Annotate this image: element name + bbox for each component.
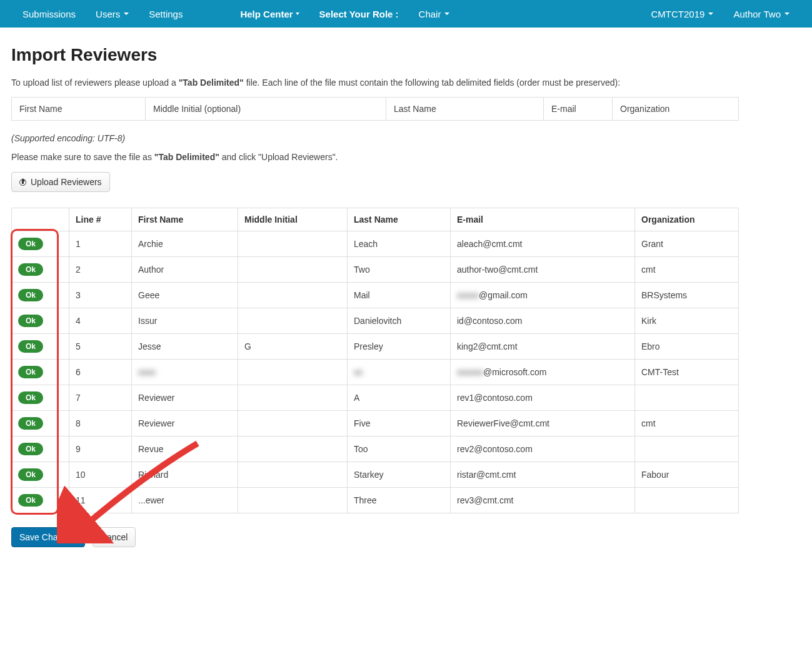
chevron-down-icon — [784, 13, 789, 15]
chevron-down-icon — [708, 13, 713, 15]
table-row: Ok8ReviewerFiveReviewerFive@cmt.cmtcmt — [12, 411, 739, 437]
middle-initial-cell — [238, 437, 348, 462]
nav-user-menu[interactable]: Author Two — [723, 1, 799, 27]
email-cell: rev2@contoso.com — [451, 437, 635, 462]
table-row: Ok6xxxxxxxxxxxx@microsoft.comCMT-Test — [12, 360, 739, 385]
last-name-cell: Three — [348, 488, 451, 513]
status-cell: Ok — [12, 462, 69, 488]
email-cell: ReviewerFive@cmt.cmt — [451, 411, 635, 437]
nav-submissions[interactable]: Submissions — [13, 1, 86, 27]
line-cell: 10 — [69, 462, 132, 488]
chevron-down-icon — [124, 13, 129, 15]
status-cell: Ok — [12, 334, 69, 360]
organization-cell: CMT-Test — [635, 360, 739, 385]
ok-badge: Ok — [18, 417, 43, 430]
main-content: Import Reviewers To upload list of revie… — [0, 28, 750, 572]
organization-cell — [635, 488, 739, 513]
table-row: Ok10RichardStarkeyristar@cmt.cmtFabour — [12, 462, 739, 488]
last-name-cell: Five — [348, 411, 451, 437]
first-name-cell: Author — [132, 257, 238, 283]
nav-role-select[interactable]: Chair — [409, 1, 460, 27]
middle-initial-cell — [238, 283, 348, 308]
line-cell: 3 — [69, 283, 132, 308]
middle-initial-cell — [238, 385, 348, 411]
line-cell: 5 — [69, 334, 132, 360]
email-cell: xxxxxx@microsoft.com — [451, 360, 635, 385]
nav-role-label: Select Your Role : — [309, 1, 409, 27]
reviewers-table-wrap: Line # First Name Middle Initial Last Na… — [11, 208, 739, 513]
table-row: Ok11...ewerThreerev3@cmt.cmt — [12, 488, 739, 513]
first-name-cell: Issur — [132, 308, 238, 334]
table-row: Ok2AuthorTwoauthor-two@cmt.cmtcmt — [12, 257, 739, 283]
nav-settings[interactable]: Settings — [139, 1, 193, 27]
status-cell: Ok — [12, 360, 69, 385]
nav-users[interactable]: Users — [86, 1, 139, 27]
th-middle-initial: Middle Initial — [238, 208, 348, 231]
line-cell: 4 — [69, 308, 132, 334]
last-name-cell: xx — [348, 360, 451, 385]
field-email: E-mail — [544, 98, 613, 120]
line-cell: 7 — [69, 385, 132, 411]
status-cell: Ok — [12, 437, 69, 462]
page-title: Import Reviewers — [11, 45, 739, 65]
save-changes-button[interactable]: Save Changes — [11, 527, 85, 547]
first-name-cell: Reviewer — [132, 411, 238, 437]
organization-cell: Ebro — [635, 334, 739, 360]
nav-help-center[interactable]: Help Center — [230, 1, 309, 27]
email-cell: author-two@cmt.cmt — [451, 257, 635, 283]
table-row: Ok4IssurDanielovitchid@contoso.comKirk — [12, 308, 739, 334]
th-status — [12, 208, 69, 231]
line-cell: 11 — [69, 488, 132, 513]
ok-badge: Ok — [18, 315, 43, 327]
ok-badge: Ok — [18, 391, 43, 404]
ok-badge: Ok — [18, 468, 43, 481]
last-name-cell: Too — [348, 437, 451, 462]
cancel-button[interactable]: Cancel — [93, 527, 136, 547]
middle-initial-cell — [238, 411, 348, 437]
ok-badge: Ok — [18, 289, 43, 301]
organization-cell: Grant — [635, 231, 739, 257]
email-cell: aleach@cmt.cmt — [451, 231, 635, 257]
field-middle-initial: Middle Initial (optional) — [146, 98, 386, 120]
th-email: E-mail — [451, 208, 635, 231]
middle-initial-cell — [238, 360, 348, 385]
first-name-cell: ...ewer — [132, 488, 238, 513]
first-name-cell: Geee — [132, 283, 238, 308]
last-name-cell: A — [348, 385, 451, 411]
organization-cell — [635, 437, 739, 462]
status-cell: Ok — [12, 411, 69, 437]
email-cell: xxxxx@gmail.com — [451, 283, 635, 308]
last-name-cell: Danielovitch — [348, 308, 451, 334]
email-cell: id@contoso.com — [451, 308, 635, 334]
email-cell: king2@cmt.cmt — [451, 334, 635, 360]
chevron-down-icon — [296, 13, 299, 15]
line-cell: 1 — [69, 231, 132, 257]
table-row: Ok5JesseGPresleyking2@cmt.cmtEbro — [12, 334, 739, 360]
first-name-cell: Jesse — [132, 334, 238, 360]
table-row: Ok1ArchieLeachaleach@cmt.cmtGrant — [12, 231, 739, 257]
middle-initial-cell — [238, 308, 348, 334]
status-cell: Ok — [12, 385, 69, 411]
upload-icon — [19, 178, 27, 186]
organization-cell: cmt — [635, 257, 739, 283]
reviewers-table: Line # First Name Middle Initial Last Na… — [11, 208, 739, 513]
first-name-cell: Archie — [132, 231, 238, 257]
th-first-name: First Name — [132, 208, 238, 231]
last-name-cell: Mail — [348, 283, 451, 308]
fields-row: First Name Middle Initial (optional) Las… — [11, 97, 739, 121]
status-cell: Ok — [12, 488, 69, 513]
field-organization: Organization — [613, 98, 738, 120]
first-name-cell: Richard — [132, 462, 238, 488]
nav-conference[interactable]: CMTCT2019 — [641, 1, 724, 27]
encoding-note: (Supported encoding: UTF-8) — [11, 133, 739, 143]
ok-badge: Ok — [18, 263, 43, 276]
table-row: Ok3GeeeMailxxxxx@gmail.comBRSystems — [12, 283, 739, 308]
upload-reviewers-button[interactable]: Upload Reviewers — [11, 172, 110, 192]
middle-initial-cell — [238, 462, 348, 488]
th-last-name: Last Name — [348, 208, 451, 231]
th-organization: Organization — [635, 208, 739, 231]
navbar: Submissions Users Settings Help Center S… — [0, 0, 812, 28]
status-cell: Ok — [12, 283, 69, 308]
middle-initial-cell: G — [238, 334, 348, 360]
ok-badge: Ok — [18, 340, 43, 353]
